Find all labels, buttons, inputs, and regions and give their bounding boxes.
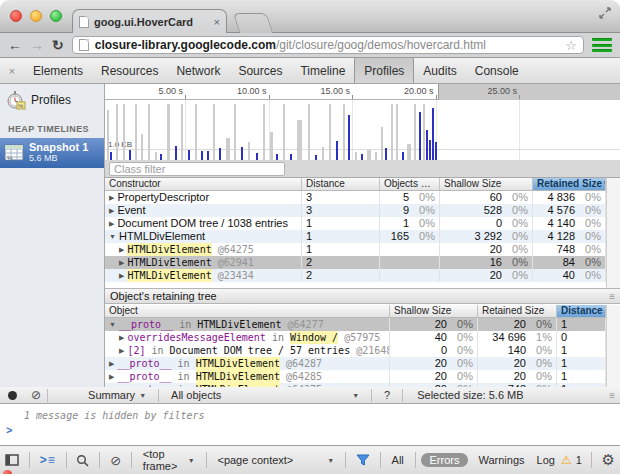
shallow-cell: 200% <box>390 357 478 370</box>
timeline-graph[interactable]: 1.0 KB <box>105 100 620 160</box>
svg-text:%: % <box>7 155 13 161</box>
search-icon[interactable] <box>71 454 94 467</box>
heap-usage-bar <box>419 112 421 160</box>
heap-usage-bar <box>123 104 125 160</box>
clear-console-icon[interactable]: ⊘ <box>105 453 126 468</box>
heap-usage-bar <box>391 104 393 160</box>
tab-sources[interactable]: Sources <box>229 58 291 83</box>
heap-usage-bar <box>322 147 324 160</box>
table-row[interactable]: ▶[2] in Document DOM tree / 57 entries @… <box>105 344 620 357</box>
object-column-header[interactable]: Object <box>105 305 390 317</box>
table-row[interactable]: ▶Event390%5280%4 5760% <box>105 204 620 217</box>
heap-usage-bar <box>385 148 387 160</box>
tab-profiles[interactable]: Profiles <box>354 58 414 83</box>
distance-cell: 1 <box>302 243 380 256</box>
chrome-menu-icon[interactable] <box>592 38 612 52</box>
table-row[interactable]: ▶HTMLDivElement @642751200%7480% <box>105 243 620 256</box>
filter-log-button[interactable]: Log <box>531 454 561 466</box>
close-window-button[interactable] <box>10 10 22 22</box>
table-row[interactable]: ▼HTMLDivElement11650%3 2920%4 1280% <box>105 230 620 243</box>
sidebar-item-snapshot[interactable]: % Snapshot 1 5.6 MB <box>0 138 104 168</box>
new-tab-button[interactable] <box>233 13 273 33</box>
resize-grip-icon[interactable]: ≡ <box>609 291 615 302</box>
view-select[interactable]: Summary ▼ <box>82 389 152 401</box>
devtools-close-icon[interactable]: × <box>0 58 24 83</box>
frame-select[interactable]: <top frame> ▼ <box>137 448 201 472</box>
tab-network[interactable]: Network <box>167 58 229 83</box>
filter-warnings-button[interactable]: Warnings <box>472 454 530 466</box>
dock-side-button[interactable] <box>0 454 24 466</box>
help-button[interactable]: ? <box>378 389 396 401</box>
fullscreen-icon[interactable] <box>598 6 612 20</box>
heap-usage-bar <box>308 104 310 160</box>
hidden-messages-note: 1 message is hidden by filters <box>24 410 205 421</box>
objects-column-header[interactable]: Objects … <box>380 178 440 190</box>
shallow-cell: 600% <box>440 191 533 204</box>
console-statusbar: >≡ ⊘ <top frame> ▼ <page context> ▼ All … <box>0 445 620 474</box>
tab-timeline[interactable]: Timeline <box>291 58 354 83</box>
class-filter-input[interactable] <box>109 162 285 176</box>
table-row[interactable]: ▶overridesMessageElement in Window / @57… <box>105 331 620 344</box>
filter-funnel-icon[interactable] <box>351 454 375 466</box>
distance-column-header[interactable]: Distance <box>302 178 380 190</box>
filter-errors-button[interactable]: Errors <box>421 453 469 467</box>
address-input[interactable]: closure-library.googlecode.com/git/closu… <box>72 36 584 54</box>
clear-profiles-icon[interactable]: ⊘ <box>31 388 41 402</box>
shallow-column-header[interactable]: Shallow Size <box>440 178 533 190</box>
retaining-table: ObjectShallow SizeRetained SizeDistance▲… <box>105 305 620 387</box>
minimize-window-button[interactable] <box>30 10 42 22</box>
sidebar-item-profiles[interactable]: % Profiles <box>0 84 104 116</box>
context-select[interactable]: <page context> ▼ <box>211 454 340 466</box>
heap-usage-bar <box>110 152 112 160</box>
toggle-console-icon[interactable]: >≡ <box>35 453 61 467</box>
zoom-window-button[interactable] <box>50 10 62 22</box>
tab-audits[interactable]: Audits <box>414 58 465 83</box>
chevron-down-icon: ▼ <box>327 457 334 464</box>
browser-tab[interactable]: goog.ui.HoverCard × <box>72 9 227 33</box>
table-row[interactable]: ▶PropertyDescriptor350%600%4 8360% <box>105 191 620 204</box>
table-row[interactable]: ▶__proto__ in HTMLDivElement @64287200%2… <box>105 357 620 370</box>
record-icon[interactable] <box>8 391 17 400</box>
objects-cell <box>380 243 440 256</box>
resize-grip-icon[interactable]: ≡ <box>609 390 615 401</box>
table-row[interactable]: ▶HTMLDivElement @629412160%840% <box>105 256 620 269</box>
retained-cell: 4 5760% <box>533 204 606 217</box>
objects-filter-select[interactable]: All objects ▼ <box>165 389 365 401</box>
retained-column-header[interactable]: Retained Size <box>478 305 557 317</box>
settings-gear-icon[interactable]: ⚙ <box>597 451 620 469</box>
record-indicator[interactable] <box>3 470 12 474</box>
ruler-tick-label: 10.00 s <box>211 86 267 96</box>
heap-usage-bar <box>435 142 437 160</box>
sidebar-profiles-label: Profiles <box>31 93 71 107</box>
table-row[interactable]: ▶HTMLDivElement @234342200%400% <box>105 269 620 282</box>
table-row[interactable]: ▼__proto__ in HTMLDivElement @64277200%2… <box>105 318 620 331</box>
ruler-tick-mark <box>519 95 520 99</box>
tab-elements[interactable]: Elements <box>24 58 92 83</box>
heap-usage-bar <box>116 104 118 160</box>
console-prompt-icon[interactable]: > <box>6 424 12 436</box>
table-row[interactable]: ▶__proto__ in HTMLDivElement @64285200%2… <box>105 370 620 383</box>
tab-console[interactable]: Console <box>466 58 528 83</box>
filter-all-button[interactable]: All <box>386 454 410 466</box>
distance-column-header[interactable]: Distance▲ <box>557 305 606 317</box>
console-drawer[interactable]: 1 message is hidden by filters > <box>0 404 620 445</box>
retained-column-header[interactable]: Retained Size▼ <box>533 178 606 190</box>
retaining-tree-header[interactable]: Object's retaining tree ≡ <box>105 288 620 304</box>
tab-resources[interactable]: Resources <box>92 58 167 83</box>
back-icon[interactable]: ← <box>8 38 22 52</box>
dock-side-icon <box>5 454 19 466</box>
constructor-column-header[interactable]: Constructor <box>105 178 302 190</box>
heap-usage-bar <box>241 147 243 160</box>
heap-usage-bar <box>141 134 143 160</box>
table-row[interactable]: ▶Document DOM tree / 1038 entries110%00%… <box>105 217 620 230</box>
constructor-scrollbar[interactable] <box>606 178 620 288</box>
retaining-scrollbar[interactable] <box>606 305 620 387</box>
tab-close-icon[interactable]: × <box>214 17 220 27</box>
heap-usage-bar <box>207 151 209 160</box>
shallow-column-header[interactable]: Shallow Size <box>390 305 478 317</box>
heap-usage-bar <box>426 130 428 160</box>
timeline-ruler[interactable]: 5.00 s10.00 s15.00 s20.00 s25.00 s <box>105 84 620 100</box>
bookmark-star-icon[interactable]: ☆ <box>565 38 577 53</box>
reload-icon[interactable]: ↻ <box>52 38 64 52</box>
forward-icon[interactable]: → <box>30 38 44 52</box>
